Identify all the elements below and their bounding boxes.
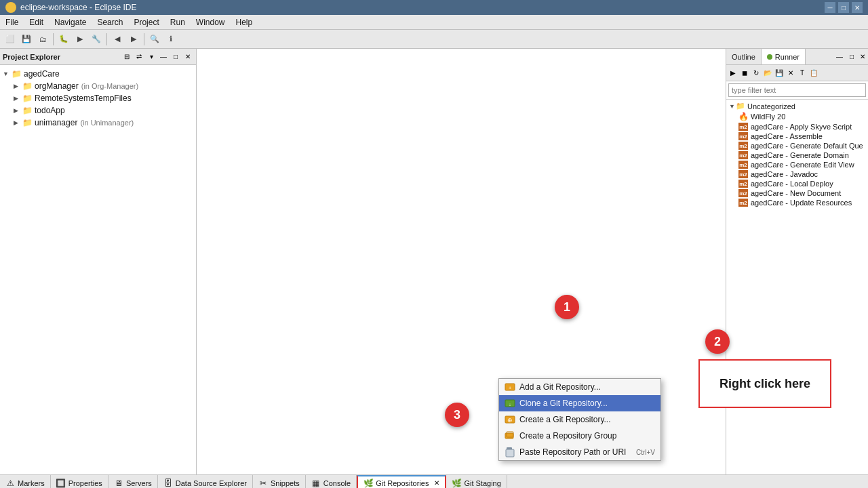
- runner-btn-5[interactable]: 💾: [774, 68, 785, 79]
- runner-item-label-4: agedCare - Generate Edit View: [751, 161, 854, 169]
- menu-search[interactable]: Search: [92, 15, 128, 29]
- runner-item-7[interactable]: m2 agedCare - New Document: [726, 188, 868, 198]
- runner-item-5[interactable]: m2 agedCare - Javadoc: [726, 169, 868, 179]
- runner-item-1[interactable]: m2 agedCare - Assemble: [726, 131, 868, 141]
- maximize-panel-button[interactable]: □: [170, 52, 181, 62]
- info-button[interactable]: ℹ: [163, 32, 178, 47]
- runner-btn-4[interactable]: 📂: [762, 68, 773, 79]
- runner-btn-6[interactable]: ✕: [785, 68, 796, 79]
- clone-git-icon: ↓: [505, 398, 515, 409]
- run-button[interactable]: ▶: [73, 32, 87, 47]
- tab-runner[interactable]: Runner: [762, 49, 806, 64]
- tree-item-todoapp[interactable]: ▶ 📁 todoApp: [0, 104, 196, 117]
- tab-console[interactable]: ▦ Console: [306, 475, 357, 488]
- runner-item-8[interactable]: m2 agedCare - Update Resources: [726, 198, 868, 207]
- runner-item-6[interactable]: m2 agedCare - Local Deploy: [726, 179, 868, 188]
- tree-item-agedcare[interactable]: ▼ 📁 agedCare: [0, 68, 196, 80]
- tab-outline[interactable]: Outline: [726, 49, 762, 64]
- properties-icon: 🔲: [56, 479, 66, 488]
- filter-input[interactable]: [728, 83, 866, 97]
- debug-button[interactable]: 🐛: [56, 32, 71, 47]
- create-git-icon: ⊕: [505, 414, 515, 425]
- tab-properties[interactable]: 🔲 Properties: [51, 475, 108, 488]
- new-button[interactable]: ⬜: [3, 32, 18, 47]
- search-button[interactable]: 🔍: [147, 32, 162, 47]
- bottom-area: ⚠ Markers 🔲 Properties 🖥 Servers 🗄 Data …: [0, 474, 868, 488]
- tree-label-unimanager: unimanager: [35, 118, 77, 127]
- annotation-1: 1: [555, 295, 579, 319]
- m2-icon-3: m2: [738, 151, 748, 159]
- tree-label-todoapp: todoApp: [35, 106, 65, 115]
- menu-window[interactable]: Window: [191, 15, 231, 29]
- ctx-clone-git-label: Clone a Git Repository...: [519, 399, 655, 408]
- tab-snippets[interactable]: ✂ Snippets: [253, 475, 306, 488]
- runner-btn-1[interactable]: ▶: [728, 68, 738, 79]
- m2-icon-7: m2: [738, 189, 748, 197]
- runner-item-0[interactable]: m2 agedCare - Apply Skyve Script: [726, 122, 868, 131]
- ctx-paste-repo[interactable]: Paste Repository Path or URI Ctrl+V: [499, 444, 660, 460]
- menu-help[interactable]: Help: [231, 15, 258, 29]
- runner-dot: [767, 54, 772, 60]
- runner-item-3[interactable]: m2 agedCare - Generate Domain: [726, 150, 868, 160]
- runner-item-4[interactable]: m2 agedCare - Generate Edit View: [726, 160, 868, 169]
- menu-project[interactable]: Project: [128, 15, 164, 29]
- tab-servers[interactable]: 🖥 Servers: [108, 475, 158, 488]
- ctx-repo-group[interactable]: Create a Repository Group: [499, 428, 660, 444]
- prev-edit-button[interactable]: ◀: [110, 32, 125, 47]
- svg-text:⊕: ⊕: [507, 417, 513, 424]
- runner-item-2[interactable]: m2 agedCare - Generate Default Que: [726, 141, 868, 150]
- runner-btn-7[interactable]: T: [797, 68, 808, 79]
- runner-tree: ▼ 📁 Uncategorized 🔥 WildFly 20 m2 agedCa…: [726, 100, 868, 474]
- right-panel-minimize[interactable]: —: [834, 52, 845, 62]
- toolbar: ⬜ 💾 🗂 🐛 ▶ 🔧 ◀ ▶ 🔍 ℹ: [0, 30, 868, 49]
- tab-git-staging[interactable]: 🌿 Git Staging: [446, 475, 507, 488]
- ctx-paste-label: Paste Repository Path or URI: [519, 447, 632, 457]
- tree-arrow-agedcare: ▼: [3, 70, 11, 77]
- tab-git-repositories[interactable]: 🌿 Git Repositories ✕: [357, 475, 446, 488]
- menu-file[interactable]: File: [0, 15, 24, 29]
- tab-markers[interactable]: ⚠ Markers: [0, 475, 51, 488]
- runner-item-label-1: agedCare - Assemble: [751, 132, 823, 140]
- tab-datasource[interactable]: 🗄 Data Source Explorer: [158, 475, 253, 488]
- tab-markers-label: Markers: [18, 479, 45, 487]
- right-panel-close[interactable]: ✕: [857, 52, 868, 62]
- ctx-add-git[interactable]: + Add a Git Repository...: [499, 379, 660, 395]
- runner-group-uncategorized[interactable]: ▼ 📁 Uncategorized: [726, 101, 868, 111]
- runner-btn-2[interactable]: ◼: [739, 68, 750, 79]
- main-layout: Project Explorer ⊟ ⇌ ▾ — □ ✕ ▼ 📁 agedCar…: [0, 49, 868, 474]
- ctx-create-git[interactable]: ⊕ Create a Git Repository...: [499, 411, 660, 428]
- menu-edit[interactable]: Edit: [24, 15, 49, 29]
- tree-item-orgmanager[interactable]: ▶ 📁 orgManager (in Org-Manager): [0, 80, 196, 92]
- view-menu-button[interactable]: ▾: [146, 52, 157, 62]
- tab-console-label: Console: [323, 479, 351, 487]
- ctx-clone-git[interactable]: ↓ Clone a Git Repository...: [499, 395, 660, 411]
- link-editor-button[interactable]: ⇌: [134, 52, 144, 62]
- right-panel-maximize[interactable]: □: [846, 52, 857, 62]
- minimize-panel-button[interactable]: —: [158, 52, 169, 62]
- tree-item-unimanager[interactable]: ▶ 📁 unimanager (in Unimanager): [0, 117, 196, 129]
- next-edit-button[interactable]: ▶: [126, 32, 141, 47]
- git-tab-close[interactable]: ✕: [434, 479, 439, 487]
- save-button[interactable]: 💾: [19, 32, 34, 47]
- menu-run[interactable]: Run: [165, 15, 191, 29]
- ctx-paste-shortcut: Ctrl+V: [636, 449, 655, 456]
- runner-item-wildfly[interactable]: 🔥 WildFly 20: [726, 111, 868, 122]
- ctx-repo-group-label: Create a Repository Group: [519, 431, 655, 441]
- tree-item-remotesystems[interactable]: ▶ 📁 RemoteSystemsTempFiles: [0, 92, 196, 104]
- close-button[interactable]: ✕: [852, 2, 863, 13]
- runner-item-label-5: agedCare - Javadoc: [751, 170, 818, 178]
- context-menu: + Add a Git Repository... ↓ Clone a Git …: [498, 378, 661, 461]
- save-all-button[interactable]: 🗂: [35, 32, 50, 47]
- collapse-all-button[interactable]: ⊟: [121, 52, 132, 62]
- toolbar-sep-3: [144, 33, 144, 45]
- svg-text:↓: ↓: [509, 402, 511, 407]
- close-panel-button[interactable]: ✕: [182, 52, 193, 62]
- minimize-button[interactable]: ─: [825, 2, 835, 13]
- runner-btn-8[interactable]: 📋: [808, 68, 819, 79]
- project-icon-remotesystems: 📁: [22, 93, 33, 104]
- menu-bar: File Edit Navigate Search Project Run Wi…: [0, 15, 868, 30]
- maximize-button[interactable]: □: [838, 2, 849, 13]
- runner-btn-3[interactable]: ↻: [751, 68, 762, 79]
- menu-navigate[interactable]: Navigate: [49, 15, 92, 29]
- ext-tools-button[interactable]: 🔧: [89, 32, 104, 47]
